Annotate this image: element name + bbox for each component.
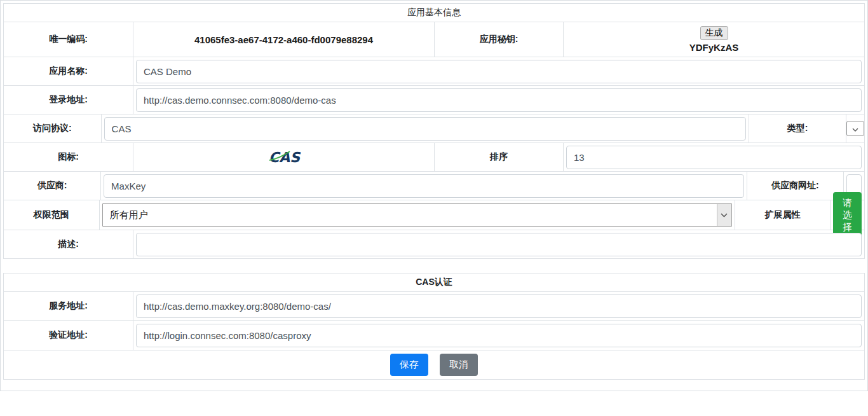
scope-label: 权限范围 [4, 200, 100, 230]
ext-attr-label: 扩展属性 [735, 200, 831, 230]
basic-info-title: 应用基本信息 [407, 7, 461, 18]
app-name-input[interactable] [136, 60, 862, 83]
type-select[interactable] [846, 121, 864, 136]
description-cell [133, 230, 864, 258]
vendor-label: 供应商: [4, 172, 101, 200]
unique-code-label: 唯一编码: [4, 22, 133, 57]
icon-label: 图标: [4, 143, 133, 171]
row-service-url: 服务地址: [4, 291, 864, 320]
validate-url-cell [133, 321, 864, 350]
vendor-url-label: 供应商网址: [747, 172, 844, 200]
page-container: 应用基本信息 唯一编码: 41065fe3-ae67-4172-a460-fd0… [0, 0, 868, 391]
basic-info-panel: 应用基本信息 唯一编码: 41065fe3-ae67-4172-a460-fd0… [3, 3, 865, 259]
cas-auth-header: CAS认证 [4, 274, 864, 291]
basic-info-header: 应用基本信息 [4, 4, 864, 22]
row-scope-ext: 权限范围 所有用户 扩展属性 请选择 [4, 200, 864, 230]
sort-label: 排序 [435, 143, 564, 171]
unique-code-cell: 41065fe3-ae67-4172-a460-fd0079e88294 [133, 22, 435, 57]
row-validate-url: 验证地址: [4, 320, 864, 350]
type-label: 类型: [749, 114, 846, 142]
save-button[interactable]: 保存 [390, 354, 428, 376]
app-secret-cell: 生成 YDFyKzAS [564, 22, 864, 57]
sort-cell [564, 143, 864, 171]
login-url-cell [133, 86, 864, 114]
validate-url-input[interactable] [136, 324, 862, 347]
unique-code-value: 41065fe3-ae67-4172-a460-fd0079e88294 [133, 34, 434, 45]
chevron-down-icon [717, 204, 731, 226]
row-vendor: 供应商: 供应商网址: [4, 171, 864, 200]
chevron-down-icon [852, 123, 858, 134]
row-unique-code: 唯一编码: 41065fe3-ae67-4172-a460-fd0079e882… [4, 22, 864, 57]
service-url-cell [133, 292, 864, 320]
app-secret-label: 应用秘钥: [435, 22, 564, 57]
protocol-label: 访问协议: [4, 114, 102, 142]
row-icon-sort: 图标: CAS 排序 [4, 142, 864, 171]
actions-cell: 保存 取消 [4, 350, 864, 379]
svg-text:CAS: CAS [269, 149, 301, 165]
description-label: 描述: [4, 230, 133, 258]
ext-attr-cell: 请选择 [831, 200, 864, 230]
cas-auth-title: CAS认证 [416, 277, 452, 288]
type-cell [846, 114, 864, 142]
row-login-url: 登录地址: [4, 85, 864, 114]
icon-cell: CAS [133, 143, 435, 171]
service-url-label: 服务地址: [4, 292, 133, 320]
validate-url-label: 验证地址: [4, 321, 133, 350]
scope-select-value: 所有用户 [110, 209, 148, 221]
scope-cell: 所有用户 [100, 200, 735, 230]
description-input[interactable] [136, 233, 862, 256]
protocol-cell [102, 114, 750, 142]
cas-logo-icon: CAS [267, 148, 301, 166]
app-name-label: 应用名称: [4, 57, 133, 85]
login-url-input[interactable] [136, 88, 862, 112]
row-app-name: 应用名称: [4, 57, 864, 85]
login-url-label: 登录地址: [4, 86, 133, 114]
row-description: 描述: [4, 230, 864, 258]
sort-input[interactable] [566, 146, 862, 169]
cancel-button[interactable]: 取消 [440, 354, 478, 376]
protocol-input[interactable] [104, 117, 747, 141]
app-secret-value: YDFyKzAS [689, 42, 739, 53]
service-url-input[interactable] [136, 295, 862, 318]
vendor-cell [101, 172, 747, 200]
row-protocol-type: 访问协议: 类型: [4, 114, 864, 142]
app-name-cell [133, 57, 864, 85]
generate-secret-button[interactable]: 生成 [700, 26, 728, 40]
cas-auth-panel: CAS认证 服务地址: 验证地址: 保存 取消 [3, 273, 865, 380]
row-actions: 保存 取消 [4, 350, 864, 379]
scope-select[interactable]: 所有用户 [102, 203, 732, 227]
vendor-input[interactable] [104, 174, 744, 198]
